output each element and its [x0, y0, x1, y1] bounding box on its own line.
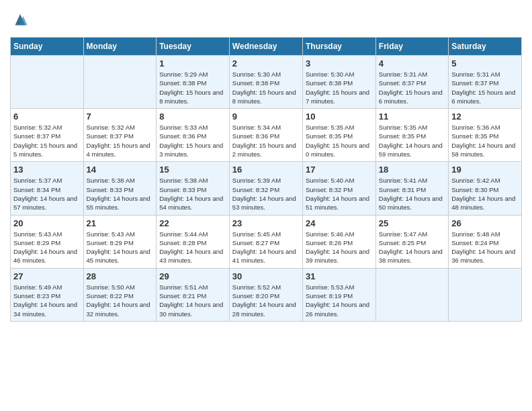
day-number: 21 — [87, 218, 154, 228]
day-number: 1 — [159, 58, 226, 68]
day-info: Sunrise: 5:49 AMSunset: 8:23 PMDaylight:… — [13, 283, 81, 318]
calendar-cell — [375, 268, 448, 321]
day-number: 30 — [232, 271, 300, 281]
day-info: Sunrise: 5:32 AMSunset: 8:37 PMDaylight:… — [87, 123, 154, 158]
day-number: 28 — [87, 271, 154, 281]
calendar-cell: 27Sunrise: 5:49 AMSunset: 8:23 PMDayligh… — [11, 268, 84, 321]
calendar-cell: 8Sunrise: 5:33 AMSunset: 8:36 PMDaylight… — [157, 109, 230, 162]
calendar-cell: 7Sunrise: 5:32 AMSunset: 8:37 PMDaylight… — [83, 109, 157, 162]
day-info: Sunrise: 5:38 AMSunset: 8:33 PMDaylight:… — [159, 176, 226, 212]
day-info: Sunrise: 5:47 AMSunset: 8:25 PMDaylight:… — [379, 230, 445, 265]
day-number: 23 — [232, 218, 300, 228]
day-info: Sunrise: 5:35 AMSunset: 8:35 PMDaylight:… — [379, 123, 445, 158]
logo — [10, 10, 33, 30]
calendar-cell: 21Sunrise: 5:43 AMSunset: 8:29 PMDayligh… — [83, 215, 157, 268]
day-number: 5 — [451, 58, 519, 68]
day-number: 18 — [379, 165, 445, 175]
day-info: Sunrise: 5:41 AMSunset: 8:31 PMDaylight:… — [379, 176, 445, 212]
calendar-cell: 22Sunrise: 5:44 AMSunset: 8:28 PMDayligh… — [157, 215, 230, 268]
day-info: Sunrise: 5:53 AMSunset: 8:19 PMDaylight:… — [306, 283, 373, 318]
day-info: Sunrise: 5:50 AMSunset: 8:22 PMDaylight:… — [87, 283, 154, 318]
calendar-week-row: 1Sunrise: 5:29 AMSunset: 8:38 PMDaylight… — [11, 56, 522, 109]
day-number: 2 — [232, 58, 300, 68]
day-number: 20 — [13, 218, 81, 228]
day-number: 3 — [306, 58, 373, 68]
calendar-cell: 31Sunrise: 5:53 AMSunset: 8:19 PMDayligh… — [302, 268, 375, 321]
day-number: 10 — [306, 111, 373, 122]
calendar-cell: 24Sunrise: 5:46 AMSunset: 8:26 PMDayligh… — [302, 215, 375, 268]
day-info: Sunrise: 5:52 AMSunset: 8:20 PMDaylight:… — [232, 283, 300, 318]
day-number: 6 — [13, 111, 81, 122]
calendar-cell: 12Sunrise: 5:36 AMSunset: 8:35 PMDayligh… — [449, 109, 522, 162]
day-number: 11 — [379, 111, 445, 122]
day-info: Sunrise: 5:32 AMSunset: 8:37 PMDaylight:… — [13, 123, 81, 158]
header-tuesday: Tuesday — [157, 38, 230, 56]
day-info: Sunrise: 5:29 AMSunset: 8:38 PMDaylight:… — [159, 70, 226, 105]
day-info: Sunrise: 5:42 AMSunset: 8:30 PMDaylight:… — [451, 176, 519, 212]
calendar-cell: 30Sunrise: 5:52 AMSunset: 8:20 PMDayligh… — [229, 268, 302, 321]
day-number: 22 — [159, 218, 226, 228]
day-number: 13 — [13, 165, 81, 175]
calendar-week-row: 13Sunrise: 5:37 AMSunset: 8:34 PMDayligh… — [11, 162, 522, 215]
calendar-cell: 26Sunrise: 5:48 AMSunset: 8:24 PMDayligh… — [449, 215, 522, 268]
calendar-cell: 3Sunrise: 5:30 AMSunset: 8:38 PMDaylight… — [302, 56, 375, 109]
day-info: Sunrise: 5:51 AMSunset: 8:21 PMDaylight:… — [159, 283, 226, 318]
day-number: 26 — [451, 218, 519, 228]
calendar-cell: 14Sunrise: 5:38 AMSunset: 8:33 PMDayligh… — [83, 162, 157, 215]
day-number: 24 — [306, 218, 373, 228]
day-number: 12 — [451, 111, 519, 122]
day-info: Sunrise: 5:37 AMSunset: 8:34 PMDaylight:… — [13, 176, 81, 212]
calendar-cell: 28Sunrise: 5:50 AMSunset: 8:22 PMDayligh… — [83, 268, 157, 321]
header-thursday: Thursday — [302, 38, 375, 56]
day-info: Sunrise: 5:39 AMSunset: 8:32 PMDaylight:… — [232, 176, 300, 212]
day-info: Sunrise: 5:31 AMSunset: 8:37 PMDaylight:… — [451, 70, 519, 105]
calendar-cell: 19Sunrise: 5:42 AMSunset: 8:30 PMDayligh… — [449, 162, 522, 215]
calendar-cell: 11Sunrise: 5:35 AMSunset: 8:35 PMDayligh… — [375, 109, 448, 162]
calendar-cell — [11, 56, 84, 109]
header-monday: Monday — [83, 38, 157, 56]
day-number: 8 — [159, 111, 226, 122]
day-info: Sunrise: 5:31 AMSunset: 8:37 PMDaylight:… — [379, 70, 445, 105]
day-info: Sunrise: 5:30 AMSunset: 8:38 PMDaylight:… — [232, 70, 300, 105]
calendar-cell: 10Sunrise: 5:35 AMSunset: 8:35 PMDayligh… — [302, 109, 375, 162]
page-header — [10, 10, 522, 30]
day-number: 14 — [87, 165, 154, 175]
calendar-cell — [83, 56, 157, 109]
calendar-week-row: 6Sunrise: 5:32 AMSunset: 8:37 PMDaylight… — [11, 109, 522, 162]
calendar-week-row: 27Sunrise: 5:49 AMSunset: 8:23 PMDayligh… — [11, 268, 522, 321]
day-number: 4 — [379, 58, 445, 68]
logo-icon — [10, 10, 30, 30]
day-info: Sunrise: 5:33 AMSunset: 8:36 PMDaylight:… — [159, 123, 226, 158]
calendar-cell: 15Sunrise: 5:38 AMSunset: 8:33 PMDayligh… — [157, 162, 230, 215]
calendar-cell: 25Sunrise: 5:47 AMSunset: 8:25 PMDayligh… — [375, 215, 448, 268]
day-info: Sunrise: 5:48 AMSunset: 8:24 PMDaylight:… — [451, 230, 519, 265]
day-info: Sunrise: 5:43 AMSunset: 8:29 PMDaylight:… — [87, 230, 154, 265]
day-info: Sunrise: 5:43 AMSunset: 8:29 PMDaylight:… — [13, 230, 81, 265]
day-number: 19 — [451, 165, 519, 175]
calendar-cell: 2Sunrise: 5:30 AMSunset: 8:38 PMDaylight… — [229, 56, 302, 109]
day-number: 9 — [232, 111, 300, 122]
calendar-header-row: SundayMondayTuesdayWednesdayThursdayFrid… — [11, 38, 522, 56]
day-number: 29 — [159, 271, 226, 281]
calendar-table: SundayMondayTuesdayWednesdayThursdayFrid… — [10, 37, 522, 322]
day-number: 27 — [13, 271, 81, 281]
day-info: Sunrise: 5:40 AMSunset: 8:32 PMDaylight:… — [306, 176, 373, 212]
day-number: 25 — [379, 218, 445, 228]
calendar-cell: 4Sunrise: 5:31 AMSunset: 8:37 PMDaylight… — [375, 56, 448, 109]
header-sunday: Sunday — [11, 38, 84, 56]
calendar-cell: 5Sunrise: 5:31 AMSunset: 8:37 PMDaylight… — [449, 56, 522, 109]
header-wednesday: Wednesday — [229, 38, 302, 56]
calendar-cell: 6Sunrise: 5:32 AMSunset: 8:37 PMDaylight… — [11, 109, 84, 162]
calendar-cell: 20Sunrise: 5:43 AMSunset: 8:29 PMDayligh… — [11, 215, 84, 268]
day-info: Sunrise: 5:46 AMSunset: 8:26 PMDaylight:… — [306, 230, 373, 265]
day-number: 31 — [306, 271, 373, 281]
day-info: Sunrise: 5:44 AMSunset: 8:28 PMDaylight:… — [159, 230, 226, 265]
day-info: Sunrise: 5:38 AMSunset: 8:33 PMDaylight:… — [87, 176, 154, 212]
day-number: 7 — [87, 111, 154, 122]
day-info: Sunrise: 5:45 AMSunset: 8:27 PMDaylight:… — [232, 230, 300, 265]
calendar-cell: 17Sunrise: 5:40 AMSunset: 8:32 PMDayligh… — [302, 162, 375, 215]
calendar-week-row: 20Sunrise: 5:43 AMSunset: 8:29 PMDayligh… — [11, 215, 522, 268]
day-number: 16 — [232, 165, 300, 175]
day-number: 15 — [159, 165, 226, 175]
calendar-cell: 29Sunrise: 5:51 AMSunset: 8:21 PMDayligh… — [157, 268, 230, 321]
